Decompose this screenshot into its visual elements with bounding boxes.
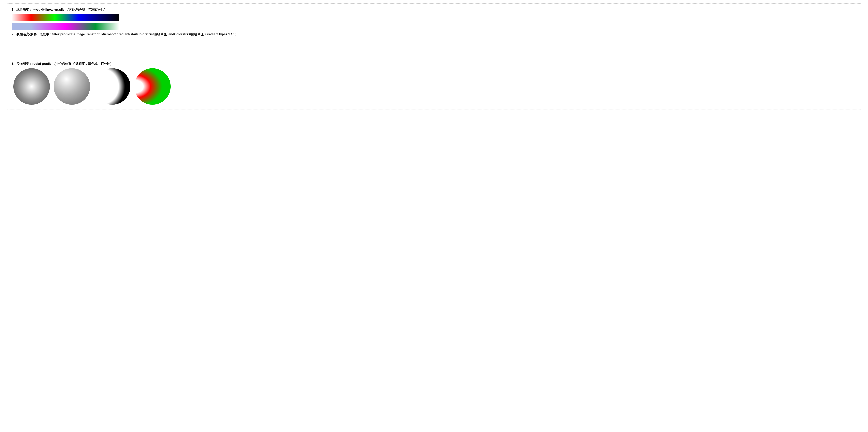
spacer xyxy=(12,39,856,58)
page: 1、线性渐变： -webkit-linear-gradient(方位,颜色域｜范… xyxy=(0,0,868,113)
radial-gradient-row xyxy=(13,68,856,105)
linear-gradient-bar-2 xyxy=(12,23,119,30)
radial-gradient-circle-1 xyxy=(13,68,50,105)
section-2-title: 2、线性渐变-兼容IE低版本：filter:progid:DXImageTran… xyxy=(12,32,856,36)
section-3-title: 3、径向渐变：radial-gradient(中心点位置,扩散程度，颜色域｜百分… xyxy=(12,62,856,66)
demo-panel: 1、线性渐变： -webkit-linear-gradient(方位,颜色域｜范… xyxy=(7,3,861,110)
linear-gradient-bar-1 xyxy=(12,14,119,21)
radial-gradient-circle-2 xyxy=(54,68,90,105)
radial-gradient-circle-4 xyxy=(134,68,170,105)
radial-gradient-circle-3 xyxy=(94,68,130,105)
section-1-title: 1、线性渐变： -webkit-linear-gradient(方位,颜色域｜范… xyxy=(12,7,856,12)
